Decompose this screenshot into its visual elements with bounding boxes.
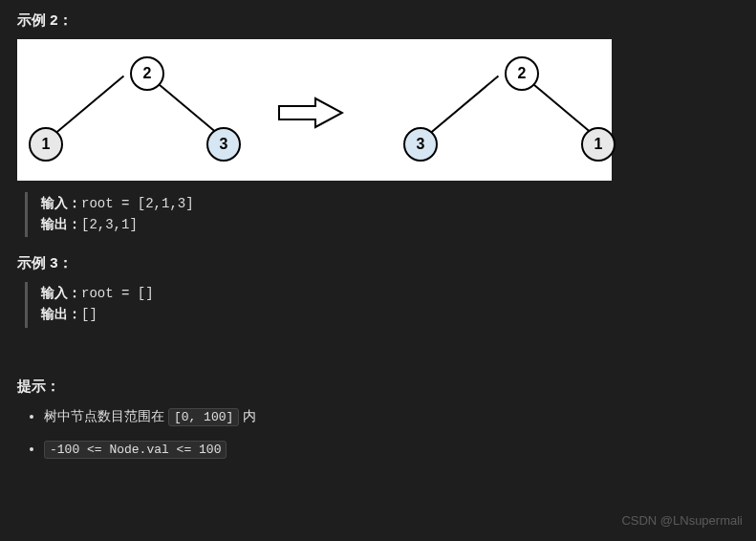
hint-code: [0, 100]	[168, 408, 239, 426]
transform-arrow-icon	[277, 97, 344, 129]
input-label: 输入：	[41, 286, 81, 301]
hint-text: 树中节点数目范围在	[44, 408, 168, 423]
hint-code: -100 <= Node.val <= 100	[44, 441, 227, 459]
node-value: 1	[42, 136, 51, 153]
tree-node-root: 2	[130, 56, 164, 91]
output-value: [2,3,1]	[81, 217, 138, 232]
output-label: 输出：	[41, 307, 81, 322]
hint-text: 内	[239, 408, 256, 423]
input-label: 输入：	[41, 196, 81, 211]
node-value: 2	[518, 65, 527, 82]
tree-diagram: 2 1 3 2 3 1	[17, 39, 612, 181]
node-value: 1	[594, 136, 603, 153]
tree-node-left: 1	[29, 127, 63, 162]
output-value: []	[81, 307, 97, 322]
node-value: 3	[220, 136, 228, 153]
hints-heading: 提示：	[17, 378, 739, 396]
tree-node-right: 1	[581, 127, 616, 162]
node-value: 3	[417, 136, 425, 153]
input-value: root = [2,1,3]	[81, 196, 194, 211]
example2-code: 输入：root = [2,1,3] 输出：[2,3,1]	[25, 192, 739, 237]
hints-list: 树中节点数目范围在 [0, 100] 内 -100 <= Node.val <=…	[17, 405, 739, 461]
hint-item: -100 <= Node.val <= 100	[44, 438, 739, 461]
example3-code: 输入：root = [] 输出：[]	[25, 282, 739, 327]
tree-node-root: 2	[505, 56, 539, 91]
example2-heading: 示例 2：	[17, 11, 739, 30]
node-value: 2	[143, 65, 152, 82]
watermark-text: CSDN @LNsupermali	[621, 513, 743, 528]
output-label: 输出：	[41, 217, 81, 232]
example3-heading: 示例 3：	[17, 254, 739, 272]
hint-item: 树中节点数目范围在 [0, 100] 内	[44, 405, 739, 428]
input-value: root = []	[81, 286, 154, 301]
tree-node-left: 3	[403, 127, 438, 162]
tree-node-right: 3	[206, 127, 241, 162]
